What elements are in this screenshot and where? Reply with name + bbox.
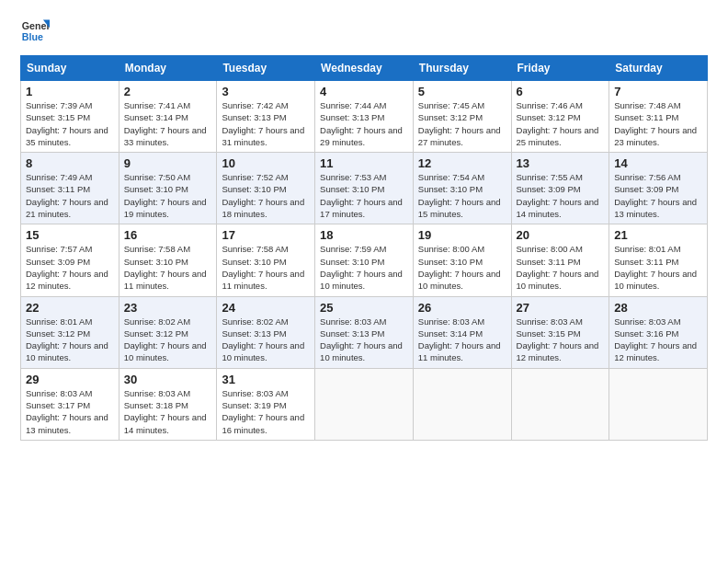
- day-number: 5: [418, 85, 506, 98]
- calendar-cell: 30Sunrise: 8:03 AMSunset: 3:18 PMDayligh…: [119, 368, 217, 440]
- day-info: Sunrise: 7:55 AMSunset: 3:09 PMDaylight:…: [517, 171, 605, 220]
- day-info: Sunrise: 8:00 AMSunset: 3:10 PMDaylight:…: [418, 243, 506, 292]
- calendar-cell: 12Sunrise: 7:54 AMSunset: 3:10 PMDayligh…: [413, 153, 511, 224]
- day-info: Sunrise: 8:03 AMSunset: 3:13 PMDaylight:…: [320, 316, 408, 364]
- day-number: 23: [124, 301, 212, 315]
- calendar-cell: 31Sunrise: 8:03 AMSunset: 3:19 PMDayligh…: [217, 368, 315, 440]
- day-info: Sunrise: 8:01 AMSunset: 3:11 PMDaylight:…: [614, 243, 702, 292]
- day-number: 19: [418, 228, 506, 242]
- day-number: 1: [26, 85, 114, 98]
- day-number: 22: [26, 301, 114, 315]
- logo: General Blue: [20, 17, 50, 46]
- calendar-cell: 8Sunrise: 7:49 AMSunset: 3:11 PMDaylight…: [21, 153, 119, 224]
- day-info: Sunrise: 7:58 AMSunset: 3:10 PMDaylight:…: [222, 243, 310, 292]
- calendar-cell: 6Sunrise: 7:46 AMSunset: 3:12 PMDaylight…: [511, 81, 609, 153]
- logo-icon: General Blue: [20, 17, 50, 46]
- day-number: 9: [124, 156, 212, 170]
- calendar-cell: 14Sunrise: 7:56 AMSunset: 3:09 PMDayligh…: [609, 153, 708, 224]
- day-info: Sunrise: 8:03 AMSunset: 3:17 PMDaylight:…: [26, 387, 114, 436]
- day-number: 10: [222, 156, 310, 170]
- calendar-cell: 22Sunrise: 8:01 AMSunset: 3:12 PMDayligh…: [21, 296, 119, 368]
- weekday-header-row: SundayMondayTuesdayWednesdayThursdayFrid…: [21, 56, 708, 81]
- day-number: 12: [418, 156, 506, 170]
- calendar-cell: 13Sunrise: 7:55 AMSunset: 3:09 PMDayligh…: [511, 153, 609, 224]
- day-number: 3: [222, 85, 310, 98]
- day-info: Sunrise: 7:54 AMSunset: 3:10 PMDaylight:…: [418, 171, 506, 220]
- calendar-cell: 18Sunrise: 7:59 AMSunset: 3:10 PMDayligh…: [315, 224, 414, 296]
- calendar-cell: [511, 368, 609, 440]
- weekday-header-cell: Monday: [119, 56, 217, 81]
- day-info: Sunrise: 7:59 AMSunset: 3:10 PMDaylight:…: [320, 243, 408, 292]
- day-number: 28: [614, 301, 702, 315]
- calendar-cell: 20Sunrise: 8:00 AMSunset: 3:11 PMDayligh…: [511, 224, 609, 296]
- header: General Blue: [20, 17, 708, 46]
- day-number: 14: [614, 156, 702, 170]
- calendar-cell: 5Sunrise: 7:45 AMSunset: 3:12 PMDaylight…: [413, 81, 511, 153]
- calendar-week-row: 29Sunrise: 8:03 AMSunset: 3:17 PMDayligh…: [21, 368, 708, 440]
- calendar-body: 1Sunrise: 7:39 AMSunset: 3:15 PMDaylight…: [21, 81, 708, 441]
- day-number: 26: [418, 301, 506, 315]
- day-info: Sunrise: 7:57 AMSunset: 3:09 PMDaylight:…: [26, 243, 114, 292]
- calendar-cell: 1Sunrise: 7:39 AMSunset: 3:15 PMDaylight…: [21, 81, 119, 153]
- day-info: Sunrise: 7:50 AMSunset: 3:10 PMDaylight:…: [124, 171, 212, 220]
- day-number: 31: [222, 373, 310, 386]
- day-number: 18: [320, 228, 408, 242]
- calendar-cell: [609, 368, 708, 440]
- day-info: Sunrise: 7:46 AMSunset: 3:12 PMDaylight:…: [517, 99, 605, 148]
- day-number: 13: [517, 156, 605, 170]
- day-info: Sunrise: 7:45 AMSunset: 3:12 PMDaylight:…: [418, 99, 506, 148]
- day-info: Sunrise: 7:56 AMSunset: 3:09 PMDaylight:…: [614, 171, 702, 220]
- day-info: Sunrise: 8:03 AMSunset: 3:18 PMDaylight:…: [124, 387, 212, 436]
- day-number: 11: [320, 156, 408, 170]
- calendar-cell: 10Sunrise: 7:52 AMSunset: 3:10 PMDayligh…: [217, 153, 315, 224]
- calendar-cell: 19Sunrise: 8:00 AMSunset: 3:10 PMDayligh…: [413, 224, 511, 296]
- weekday-header-cell: Sunday: [21, 56, 119, 81]
- day-info: Sunrise: 8:02 AMSunset: 3:12 PMDaylight:…: [124, 316, 212, 364]
- day-info: Sunrise: 7:52 AMSunset: 3:10 PMDaylight:…: [222, 171, 310, 220]
- day-number: 2: [124, 85, 212, 98]
- calendar-week-row: 1Sunrise: 7:39 AMSunset: 3:15 PMDaylight…: [21, 81, 708, 153]
- day-number: 25: [320, 301, 408, 315]
- day-info: Sunrise: 8:03 AMSunset: 3:19 PMDaylight:…: [222, 387, 310, 436]
- calendar-week-row: 22Sunrise: 8:01 AMSunset: 3:12 PMDayligh…: [21, 296, 708, 368]
- day-info: Sunrise: 8:01 AMSunset: 3:12 PMDaylight:…: [26, 316, 114, 364]
- day-number: 20: [517, 228, 605, 242]
- day-number: 4: [320, 85, 408, 98]
- day-number: 16: [124, 228, 212, 242]
- day-number: 7: [614, 85, 702, 98]
- day-info: Sunrise: 8:03 AMSunset: 3:16 PMDaylight:…: [614, 316, 702, 364]
- calendar-cell: 15Sunrise: 7:57 AMSunset: 3:09 PMDayligh…: [21, 224, 119, 296]
- day-info: Sunrise: 7:41 AMSunset: 3:14 PMDaylight:…: [124, 99, 212, 148]
- day-info: Sunrise: 7:48 AMSunset: 3:11 PMDaylight:…: [614, 99, 702, 148]
- svg-text:Blue: Blue: [22, 31, 43, 42]
- day-info: Sunrise: 7:58 AMSunset: 3:10 PMDaylight:…: [124, 243, 212, 292]
- calendar-cell: 11Sunrise: 7:53 AMSunset: 3:10 PMDayligh…: [315, 153, 414, 224]
- calendar-cell: 4Sunrise: 7:44 AMSunset: 3:13 PMDaylight…: [315, 81, 414, 153]
- day-info: Sunrise: 7:42 AMSunset: 3:13 PMDaylight:…: [222, 99, 310, 148]
- calendar-cell: 9Sunrise: 7:50 AMSunset: 3:10 PMDaylight…: [119, 153, 217, 224]
- calendar-cell: 3Sunrise: 7:42 AMSunset: 3:13 PMDaylight…: [217, 81, 315, 153]
- weekday-header-cell: Friday: [511, 56, 609, 81]
- weekday-header-cell: Thursday: [413, 56, 511, 81]
- weekday-header-cell: Wednesday: [315, 56, 414, 81]
- day-info: Sunrise: 8:00 AMSunset: 3:11 PMDaylight:…: [517, 243, 605, 292]
- calendar-cell: 28Sunrise: 8:03 AMSunset: 3:16 PMDayligh…: [609, 296, 708, 368]
- day-number: 17: [222, 228, 310, 242]
- calendar-cell: 25Sunrise: 8:03 AMSunset: 3:13 PMDayligh…: [315, 296, 414, 368]
- day-number: 8: [26, 156, 114, 170]
- calendar-cell: 27Sunrise: 8:03 AMSunset: 3:15 PMDayligh…: [511, 296, 609, 368]
- day-info: Sunrise: 7:49 AMSunset: 3:11 PMDaylight:…: [26, 171, 114, 220]
- calendar-cell: 16Sunrise: 7:58 AMSunset: 3:10 PMDayligh…: [119, 224, 217, 296]
- day-number: 15: [26, 228, 114, 242]
- calendar-week-row: 15Sunrise: 7:57 AMSunset: 3:09 PMDayligh…: [21, 224, 708, 296]
- day-info: Sunrise: 7:44 AMSunset: 3:13 PMDaylight:…: [320, 99, 408, 148]
- weekday-header-cell: Tuesday: [217, 56, 315, 81]
- calendar-cell: 17Sunrise: 7:58 AMSunset: 3:10 PMDayligh…: [217, 224, 315, 296]
- day-number: 21: [614, 228, 702, 242]
- calendar-cell: [315, 368, 414, 440]
- day-number: 24: [222, 301, 310, 315]
- calendar-cell: 21Sunrise: 8:01 AMSunset: 3:11 PMDayligh…: [609, 224, 708, 296]
- calendar-cell: 26Sunrise: 8:03 AMSunset: 3:14 PMDayligh…: [413, 296, 511, 368]
- calendar-cell: 29Sunrise: 8:03 AMSunset: 3:17 PMDayligh…: [21, 368, 119, 440]
- day-info: Sunrise: 7:53 AMSunset: 3:10 PMDaylight:…: [320, 171, 408, 220]
